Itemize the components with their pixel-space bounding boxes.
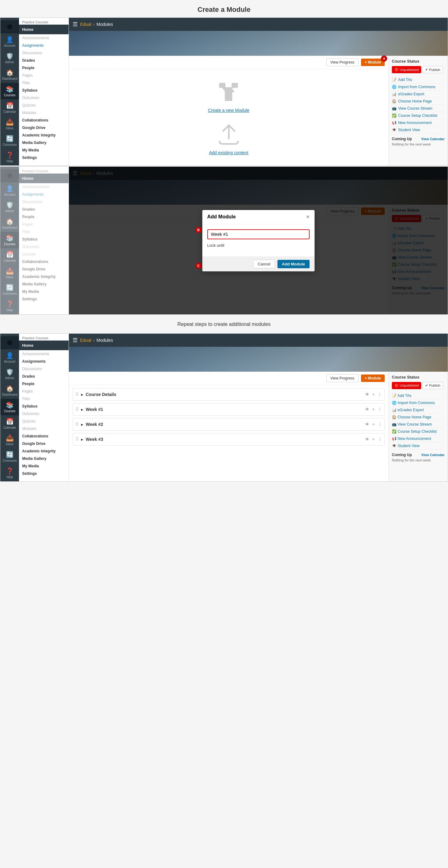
sidebar-home[interactable]: Home (19, 25, 68, 34)
expand-bullet-course-details[interactable]: ▸ (81, 392, 83, 397)
modal-close-button[interactable]: × (306, 214, 309, 220)
panel-link-addtas-1[interactable]: 📝 Add TAs (392, 76, 445, 84)
add-module-button-1[interactable]: A + Module (361, 59, 385, 66)
add-module-confirm-button[interactable]: Add Module (277, 260, 309, 268)
publish-button-3[interactable]: ✔ Publish (422, 382, 443, 389)
sidebar-link-people[interactable]: People (19, 64, 68, 72)
sidebar-link-settings-3[interactable]: Settings (19, 470, 68, 477)
nav-item-dashboard-3[interactable]: 🏠 Dashboard (0, 382, 19, 399)
drag-handle-course-details[interactable]: ⠿ (76, 392, 79, 397)
panel-link-checklist-3[interactable]: ✅ Course Setup Checklist (392, 428, 445, 435)
sidebar-link-people-3[interactable]: People (19, 380, 68, 388)
sidebar-link-mymedia[interactable]: My Media (19, 147, 68, 154)
more-icon-week1[interactable]: ⋮ (378, 407, 382, 412)
add-icon-course-details[interactable]: ＋ (371, 392, 376, 397)
panel-link-homepage-1[interactable]: 🏠 Choose Home Page (392, 98, 445, 105)
expand-bullet-week1[interactable]: ▸ (81, 407, 83, 412)
panel-link-egrades-1[interactable]: 📊 eGrades Export (392, 91, 445, 98)
panel-link-stream-3[interactable]: 📺 View Course Stream (392, 421, 445, 428)
sidebar-link-collaborations[interactable]: Collaborations (19, 117, 68, 124)
visibility-icon-week2[interactable]: 👁 (365, 422, 369, 427)
panel-link-announcement-3[interactable]: 📢 New Announcement (392, 435, 445, 442)
nav-item-commons-3[interactable]: 🔄 Commons (0, 448, 19, 465)
sidebar-link-settings[interactable]: Settings (19, 154, 68, 161)
sidebar-link-syllabus-3[interactable]: Syllabus (19, 403, 68, 410)
cancel-button[interactable]: Cancel (253, 260, 275, 268)
add-icon-week2[interactable]: ＋ (371, 422, 376, 427)
view-calendar-link-1[interactable]: View Calendar (421, 137, 445, 141)
visibility-icon-week3[interactable]: 👁 (365, 437, 369, 442)
module-name-input[interactable] (207, 229, 309, 239)
add-existing-link[interactable]: Add existing content (209, 150, 248, 155)
panel-link-studentview-3[interactable]: 👁️ Student View (392, 442, 445, 450)
breadcrumb-home[interactable]: Edual (80, 22, 91, 27)
add-icon-week3[interactable]: ＋ (371, 436, 376, 442)
expand-bullet-week3[interactable]: ▸ (81, 437, 83, 442)
breadcrumb-home-3[interactable]: Edual (80, 338, 91, 343)
panel-link-homepage-3[interactable]: 🏠 Choose Home Page (392, 414, 445, 421)
view-progress-button[interactable]: View Progress (326, 58, 359, 66)
drag-handle-week1[interactable]: ⠿ (76, 407, 79, 412)
sidebar-link-googledrive[interactable]: Google Drive (19, 124, 68, 131)
sidebar-link-media[interactable]: Media Gallery (19, 139, 68, 147)
more-icon-week3[interactable]: ⋮ (378, 437, 382, 442)
drag-handle-week2[interactable]: ⠿ (76, 422, 79, 427)
sidebar-link-grades-3[interactable]: Grades (19, 373, 68, 380)
hamburger-icon[interactable]: ☰ (72, 21, 78, 28)
sidebar-link-mymedia-3[interactable]: My Media (19, 462, 68, 470)
panel-link-addtas-3[interactable]: 📝 Add TAs (392, 392, 445, 399)
nav-item-account-3[interactable]: 👤 Account (0, 349, 19, 366)
nav-item-inbox[interactable]: 📥 Inbox (0, 116, 19, 132)
nav-item-dashboard[interactable]: 🏠 Dashboard (0, 66, 19, 83)
add-module-button-3[interactable]: + Module (361, 374, 385, 382)
panel-link-egrades-3[interactable]: 📊 eGrades Export (392, 407, 445, 414)
sidebar-link-academic[interactable]: Academic Integrity (19, 131, 68, 139)
panel-link-studentview-1[interactable]: 👁️ Student View (392, 126, 445, 134)
sidebar-link-media-3[interactable]: Media Gallery (19, 455, 68, 462)
drag-handle-week3[interactable]: ⠿ (76, 437, 79, 442)
sidebar-link-assignments-3[interactable]: Assignments (19, 358, 68, 365)
add-existing-icon (216, 122, 241, 147)
nav-item-commons[interactable]: 🔄 Commons (0, 132, 19, 149)
panel-link-import-3[interactable]: 🌐 Import from Commons (392, 399, 445, 407)
hamburger-icon-3[interactable]: ☰ (72, 337, 78, 344)
modal-title: Add Module (207, 214, 236, 220)
visibility-icon-week1[interactable]: 👁 (365, 407, 369, 412)
nav-item-courses-3[interactable]: 📚 Courses (0, 399, 19, 415)
header-bar-1: ☰ Edual › Modules (69, 18, 448, 31)
sidebar-link-assignments[interactable]: Assignments (19, 42, 68, 49)
unpublished-button-3[interactable]: 🔴 Unpublished (392, 382, 421, 389)
nav-item-calendar[interactable]: 📅 Calendar (0, 99, 19, 116)
sidebar-link-googledrive-3[interactable]: Google Drive (19, 440, 68, 447)
sidebar-link-syllabus[interactable]: Syllabus (19, 87, 68, 94)
nav-item-admin-3[interactable]: 🛡️ Admin (0, 366, 19, 382)
panel-link-stream-1[interactable]: 📺 View Course Stream (392, 105, 445, 112)
nav-item-help[interactable]: ❓ Help (0, 149, 19, 165)
nav-item-account[interactable]: 👤 Account (0, 33, 19, 50)
nav-item-inbox-3[interactable]: 📥 Inbox (0, 432, 19, 448)
sidebar-link-academic-3[interactable]: Academic Integrity (19, 447, 68, 455)
nav-item-commons-2: 🔄 Commons (0, 281, 19, 298)
add-icon-week1[interactable]: ＋ (371, 407, 376, 412)
nav-item-admin[interactable]: 🛡️ Admin (0, 50, 19, 66)
panel-link-checklist-1[interactable]: ✅ Course Setup Checklist (392, 112, 445, 119)
modal-footer: C Cancel Add Module (202, 256, 315, 271)
create-module-link[interactable]: Create a new Module (208, 108, 249, 113)
unpublished-button-1[interactable]: 🔴 Unpublished (392, 66, 421, 73)
nav-item-courses[interactable]: 📚 Courses (0, 83, 19, 99)
sidebar-home-3[interactable]: Home (19, 341, 68, 350)
panel-link-import-1[interactable]: 🌐 Import from Commons (392, 84, 445, 91)
visibility-icon-course-details[interactable]: 👁 (365, 392, 369, 397)
sidebar-link-grades[interactable]: Grades (19, 57, 68, 64)
nav-item-calendar-3[interactable]: 📅 Calendar (0, 415, 19, 432)
nav-item-help-3[interactable]: ❓ Help (0, 465, 19, 482)
publish-button-1[interactable]: ✔ Publish (422, 66, 443, 73)
main-area-1: View Progress A + Module (69, 56, 388, 165)
more-icon-week2[interactable]: ⋮ (378, 422, 382, 427)
expand-bullet-week2[interactable]: ▸ (81, 422, 83, 427)
sidebar-link-collaborations-3[interactable]: Collaborations (19, 432, 68, 440)
panel-link-announcement-1[interactable]: 📢 New Announcement (392, 119, 445, 126)
view-progress-button-3[interactable]: View Progress (326, 374, 359, 382)
more-icon-course-details[interactable]: ⋮ (378, 392, 382, 397)
view-calendar-link-3[interactable]: View Calendar (421, 453, 445, 457)
